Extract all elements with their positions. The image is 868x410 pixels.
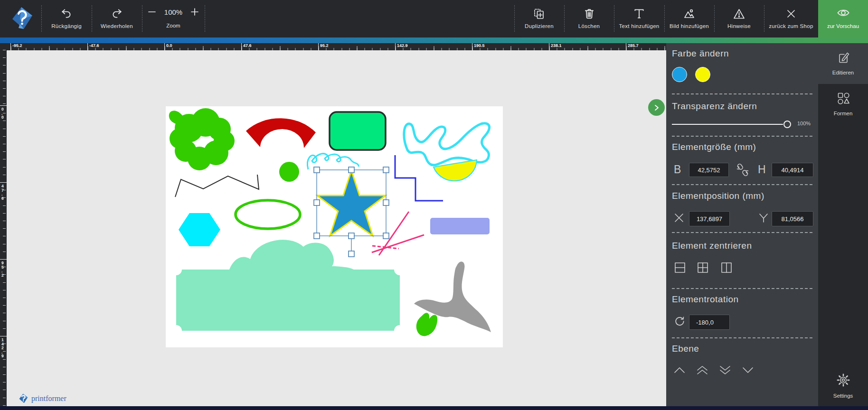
sidebar-collapse-button[interactable] bbox=[648, 99, 665, 116]
undo-label: Rückgängig bbox=[51, 23, 82, 29]
shapes-layer bbox=[163, 102, 505, 352]
layer-to-back-icon[interactable] bbox=[741, 365, 755, 377]
eye-icon bbox=[836, 6, 850, 21]
color-swatch-yellow[interactable] bbox=[695, 67, 710, 82]
center-vertical-icon[interactable] bbox=[720, 261, 733, 276]
hints-button[interactable]: Hinweise bbox=[714, 0, 764, 37]
zoom-in-button[interactable] bbox=[189, 7, 200, 19]
preview-button[interactable]: zur Vorschau bbox=[818, 0, 868, 37]
rotation-panel-title: Elementrotation bbox=[672, 294, 739, 305]
center-both-icon[interactable] bbox=[697, 261, 709, 276]
shape-cyan-squiggle[interactable] bbox=[404, 123, 490, 165]
v-ruler-label: 4 7 . 6 bbox=[1, 184, 4, 200]
layer-forward-icon[interactable] bbox=[696, 365, 709, 377]
trash-icon bbox=[583, 6, 595, 21]
shape-pink-lines[interactable] bbox=[372, 212, 424, 255]
duplicate-icon bbox=[533, 6, 546, 21]
color-swatch-blue[interactable] bbox=[672, 67, 687, 82]
undo-icon bbox=[60, 6, 73, 21]
accent-gradient-bar bbox=[0, 37, 868, 43]
separator bbox=[672, 93, 812, 94]
add-image-button[interactable]: Bild hinzufügen bbox=[664, 0, 714, 37]
transparency-slider-track[interactable] bbox=[672, 124, 783, 125]
delete-button[interactable]: Löschen bbox=[564, 0, 614, 37]
shape-lavender-rect[interactable] bbox=[430, 218, 490, 234]
tab-shapes-label: Formen bbox=[834, 111, 853, 116]
tab-edit[interactable]: Editieren bbox=[818, 43, 868, 84]
undo-button[interactable]: Rückgängig bbox=[41, 0, 92, 37]
shape-blue-star-selected[interactable] bbox=[317, 171, 386, 236]
link-broken-icon[interactable] bbox=[736, 162, 750, 179]
image-icon bbox=[683, 6, 696, 21]
shape-green-circle[interactable] bbox=[279, 162, 299, 182]
back-to-shop-button[interactable]: zurück zum Shop bbox=[764, 0, 818, 37]
height-input[interactable] bbox=[772, 163, 813, 177]
printformer-logo-icon[interactable] bbox=[9, 6, 34, 31]
vertical-ruler: 0 . 04 7 . 69 5 . 21 4 2 . 9 bbox=[0, 43, 7, 406]
back-to-shop-label: zurück zum Shop bbox=[769, 23, 813, 29]
shape-green-ellipse[interactable] bbox=[236, 200, 300, 229]
close-icon bbox=[785, 6, 797, 21]
layer-backward-icon[interactable] bbox=[718, 365, 732, 377]
canvas-area[interactable] bbox=[7, 50, 666, 406]
v-ruler-tick bbox=[0, 259, 7, 260]
tab-shapes[interactable]: Formen bbox=[818, 84, 868, 125]
transparency-slider-knob[interactable] bbox=[783, 121, 791, 128]
redo-icon bbox=[111, 6, 123, 21]
shape-red-fan[interactable] bbox=[246, 118, 316, 148]
v-ruler-label: 1 4 2 . 9 bbox=[1, 338, 4, 358]
y-axis-icon bbox=[758, 212, 769, 225]
transparency-title: Transparenz ändern bbox=[672, 101, 757, 112]
printformer-footer-icon bbox=[18, 393, 28, 404]
position-y-input[interactable] bbox=[772, 211, 813, 226]
h-ruler-label: 142.9 bbox=[395, 43, 408, 50]
add-text-label: Text hinzufügen bbox=[619, 23, 659, 29]
rotate-icon[interactable] bbox=[673, 315, 686, 329]
position-x-input[interactable] bbox=[689, 211, 730, 226]
zoom-label: Zoom bbox=[142, 23, 205, 28]
shape-rounded-rect[interactable] bbox=[330, 112, 386, 150]
position-panel-title: Elementposition (mm) bbox=[672, 191, 764, 201]
printformer-editor: Rückgängig Wiederholen 100% Zoom bbox=[0, 0, 868, 410]
shape-zigzag-line[interactable] bbox=[175, 175, 259, 197]
h-ruler-label: 95.2 bbox=[318, 43, 329, 50]
h-ruler-label: -47.6 bbox=[87, 43, 99, 50]
width-input[interactable] bbox=[689, 163, 729, 177]
add-text-button[interactable]: Text hinzufügen bbox=[614, 0, 664, 37]
rotation-handle bbox=[349, 251, 354, 257]
layer-to-front-icon[interactable] bbox=[673, 365, 686, 377]
shape-mint-cloud[interactable] bbox=[176, 240, 400, 331]
shape-green-leaf[interactable] bbox=[416, 313, 438, 336]
tab-settings[interactable]: Settings bbox=[818, 365, 868, 406]
duplicate-button[interactable]: Duplizieren bbox=[514, 0, 564, 37]
add-image-label: Bild hinzufügen bbox=[670, 23, 709, 29]
redo-label: Wiederholen bbox=[101, 23, 133, 29]
transparency-value: 100% bbox=[797, 121, 811, 126]
v-ruler-label: 0 . 0 bbox=[1, 107, 4, 120]
size-panel-title: Elementgröße (mm) bbox=[672, 142, 756, 152]
tab-settings-label: Settings bbox=[833, 393, 853, 399]
text-icon bbox=[633, 6, 645, 21]
shape-blue-elbow-line[interactable] bbox=[395, 155, 443, 201]
center-panel-title: Element zentrieren bbox=[672, 241, 752, 251]
separator bbox=[672, 184, 812, 185]
gear-icon bbox=[836, 373, 850, 389]
delete-label: Löschen bbox=[578, 23, 600, 29]
redo-button[interactable]: Wiederholen bbox=[92, 0, 142, 37]
shape-cyan-hexagon[interactable] bbox=[179, 213, 220, 246]
rotation-input[interactable] bbox=[689, 315, 730, 330]
layer-panel-title: Ebene bbox=[672, 344, 699, 354]
brand-name: printformer bbox=[31, 394, 66, 403]
separator bbox=[672, 337, 812, 338]
v-ruler-tick bbox=[0, 105, 7, 106]
duplicate-label: Duplizieren bbox=[525, 23, 554, 29]
shape-green-cloud[interactable] bbox=[169, 108, 235, 170]
h-ruler-label: -95.2 bbox=[10, 43, 22, 50]
color-panel-title: Farbe ändern bbox=[672, 48, 729, 59]
brand-footer: printformer bbox=[18, 393, 66, 404]
v-ruler-tick bbox=[0, 336, 7, 336]
v-ruler-label: 9 5 . 2 bbox=[1, 261, 4, 277]
center-horizontal-icon[interactable] bbox=[674, 261, 686, 276]
x-axis-icon bbox=[673, 212, 685, 225]
chevron-right-icon bbox=[653, 104, 660, 111]
